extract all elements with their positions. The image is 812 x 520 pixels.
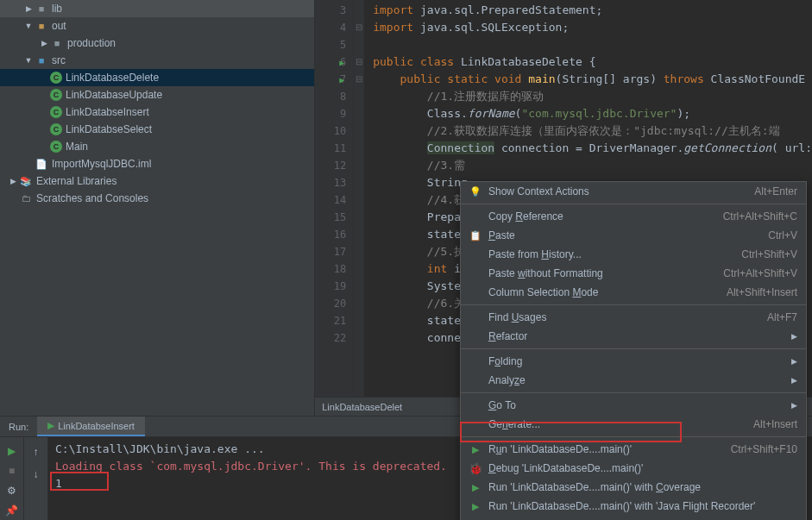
- tree-item-linkdatabaseupdate[interactable]: C LinkDatabaseUpdate: [0, 86, 314, 103]
- menu-select-config[interactable]: ☰ Select 'LinkDatabaseDe....main()': [461, 516, 806, 520]
- line-number: 22: [315, 329, 353, 347]
- bulb-icon: 💡: [468, 186, 483, 197]
- line-number: 16: [315, 226, 353, 243]
- folder-icon: ■: [50, 36, 64, 50]
- line-number: 8: [315, 88, 353, 105]
- tree-label: out: [52, 20, 66, 32]
- tree-label: LinkDatabseInsert: [66, 106, 149, 118]
- line-number: 3: [315, 2, 353, 19]
- menu-show-context-actions[interactable]: 💡 Show Context Actions Alt+Enter: [461, 182, 806, 201]
- tree-label: Main: [66, 141, 88, 153]
- tree-item-linkdatabseselect[interactable]: C LinkDatabseSelect: [0, 121, 314, 138]
- file-icon: 📄: [35, 157, 48, 171]
- menu-paste-without-formatting[interactable]: Paste without Formatting Ctrl+Alt+Shift+…: [461, 264, 806, 283]
- chevron-down-icon: ▼: [22, 54, 35, 66]
- run-config-tab[interactable]: ▶ LinkDatabseInsert: [37, 417, 145, 436]
- menu-generate[interactable]: Generate... Alt+Insert: [461, 415, 806, 434]
- tree-item-linkdatabseinsert[interactable]: C LinkDatabseInsert: [0, 103, 314, 121]
- menu-paste[interactable]: 📋 Paste Ctrl+V: [461, 226, 806, 245]
- line-number: 4: [315, 19, 353, 36]
- line-number: 10: [315, 122, 353, 140]
- tree-label: lib: [52, 3, 62, 15]
- chevron-right-icon: ▶: [38, 37, 50, 49]
- chevron-right-icon: ▶: [22, 3, 35, 15]
- line-number: 6▶: [315, 53, 353, 71]
- coverage-icon: ▶: [468, 482, 483, 493]
- fold-icon[interactable]: ⊟: [354, 19, 364, 36]
- tree-label: LinkDatabaseDelete: [66, 72, 159, 84]
- tree-item-scratches[interactable]: 🗀 Scratches and Consoles: [0, 190, 314, 207]
- run-gutter-icon[interactable]: ▶: [339, 75, 344, 85]
- menu-debug-main[interactable]: 🐞 Debug 'LinkDatabaseDe....main()': [461, 459, 806, 478]
- settings-button[interactable]: ⚙: [3, 483, 22, 499]
- context-menu[interactable]: 💡 Show Context Actions Alt+Enter Copy Re…: [460, 181, 807, 520]
- menu-goto[interactable]: Go To ▶: [461, 396, 806, 415]
- run-toolbar: ▶ ■ ⚙ 📌: [0, 437, 24, 520]
- class-icon: C: [50, 141, 62, 153]
- debug-icon: 🐞: [468, 462, 483, 475]
- menu-analyze[interactable]: Analyze ▶: [461, 371, 806, 390]
- class-icon: C: [50, 72, 62, 84]
- paste-icon: 📋: [468, 230, 483, 241]
- tree-item-iml[interactable]: 📄 ImportMysqlJDBC.iml: [0, 155, 314, 172]
- stop-button[interactable]: ■: [3, 462, 22, 479]
- tree-label: production: [67, 37, 116, 49]
- tree-label: Scratches and Consoles: [36, 192, 148, 204]
- line-number: 5: [315, 36, 353, 53]
- project-tree[interactable]: ▶ ■ lib ▼ ■ out ▶ ■ production ▼ ■ src C…: [0, 0, 315, 416]
- fold-gutter: ⊟ ⊟ ⊟: [354, 0, 364, 416]
- tree-item-out[interactable]: ▼ ■ out: [0, 17, 314, 34]
- class-icon: C: [50, 89, 62, 101]
- rerun-button[interactable]: ▶: [3, 442, 22, 459]
- library-icon: 📚: [19, 174, 33, 188]
- tree-label: LinkDatabseSelect: [66, 123, 152, 135]
- tree-item-src[interactable]: ▼ ■ src: [0, 52, 314, 69]
- line-number: 12: [315, 157, 353, 174]
- menu-run-main[interactable]: ▶ Run 'LinkDatabaseDe....main()' Ctrl+Sh…: [461, 440, 806, 459]
- tree-label: LinkDatabaseUpdate: [66, 89, 162, 101]
- tree-item-lib[interactable]: ▶ ■ lib: [0, 0, 314, 17]
- line-number: 9: [315, 105, 353, 122]
- line-number: 15: [315, 209, 353, 226]
- chevron-down-icon: ▼: [22, 20, 35, 32]
- tree-item-main[interactable]: C Main: [0, 138, 314, 155]
- line-number: 14: [315, 191, 353, 209]
- tree-item-production[interactable]: ▶ ■ production: [0, 34, 314, 52]
- class-icon: C: [50, 106, 62, 118]
- chevron-right-icon: ▶: [791, 332, 797, 341]
- chevron-right-icon: ▶: [791, 376, 797, 385]
- run-label: Run:: [0, 422, 37, 432]
- line-number: 7▶: [315, 71, 353, 88]
- run-gutter: ↑ ↓: [24, 437, 48, 520]
- scroll-up-button[interactable]: ↑: [27, 442, 46, 461]
- line-number: 21: [315, 312, 353, 329]
- source-folder-icon: ■: [35, 53, 48, 67]
- scroll-down-button[interactable]: ↓: [27, 465, 46, 484]
- folder-icon: ■: [35, 2, 48, 16]
- menu-copy-reference[interactable]: Copy Reference Ctrl+Alt+Shift+C: [461, 207, 806, 226]
- menu-paste-history[interactable]: Paste from History... Ctrl+Shift+V: [461, 245, 806, 264]
- menu-refactor[interactable]: Refactor ▶: [461, 327, 806, 346]
- line-gutter: 3 4 5 6▶ 7▶ 8 9 10 11 12 13 14 15 16 17 …: [315, 0, 354, 416]
- menu-run-jfr[interactable]: ▶ Run 'LinkDatabaseDe....main()' with 'J…: [461, 497, 806, 516]
- menu-run-coverage[interactable]: ▶ Run 'LinkDatabaseDe....main()' with Co…: [461, 478, 806, 497]
- menu-folding[interactable]: Folding ▶: [461, 352, 806, 371]
- run-icon: ▶: [47, 420, 54, 431]
- run-gutter-icon[interactable]: ▶: [339, 58, 344, 67]
- line-number: 18: [315, 260, 353, 278]
- menu-find-usages[interactable]: Find Usages Alt+F7: [461, 308, 806, 327]
- menu-column-selection[interactable]: Column Selection Mode Alt+Shift+Insert: [461, 283, 806, 302]
- tree-label: src: [52, 54, 66, 66]
- chevron-right-icon: ▶: [7, 175, 19, 187]
- tree-item-linkdatabasedelete[interactable]: C LinkDatabaseDelete: [0, 69, 314, 86]
- tree-item-external-libraries[interactable]: ▶ 📚 External Libraries: [0, 172, 314, 190]
- fold-icon[interactable]: ⊟: [354, 71, 364, 88]
- chevron-right-icon: ▶: [791, 401, 797, 410]
- line-number: 11: [315, 140, 353, 157]
- pin-button[interactable]: 📌: [3, 503, 22, 519]
- run-tab-label: LinkDatabseInsert: [58, 421, 135, 431]
- tree-label: ImportMysqlJDBC.iml: [52, 158, 151, 170]
- line-number: 17: [315, 243, 353, 260]
- line-number: 19: [315, 278, 353, 295]
- fold-icon[interactable]: ⊟: [354, 53, 364, 71]
